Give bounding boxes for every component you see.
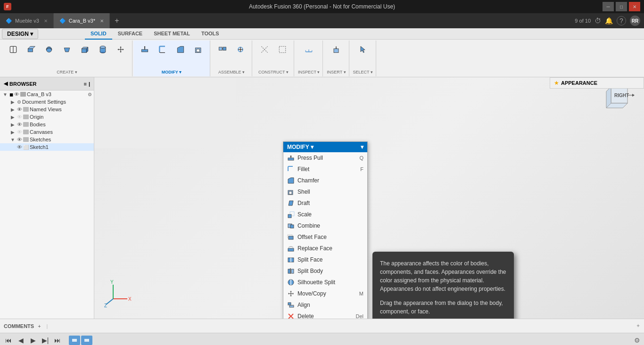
timeline-bar: ⏮ ◀ ▶ ▶| ⏭ ⚙ [0,333,644,345]
construct-btn2[interactable] [274,42,291,57]
construct-btn1[interactable] [256,42,273,57]
menu-fillet[interactable]: Fillet F [283,164,367,175]
timeline-next-end[interactable]: ⏭ [53,336,62,345]
assemble-btn2[interactable] [232,42,249,57]
root-arrow[interactable]: ▼ [2,92,8,97]
timeline-next[interactable]: ▶| [41,336,50,345]
create-label: CREATE ▾ [57,70,77,74]
tree-bodies[interactable]: ▶ 👁 Bodies [0,121,94,128]
revolve-button[interactable] [41,42,58,57]
tree-canvases[interactable]: ▶ 👁 Canvases [0,128,94,136]
tab-solid[interactable]: SOLID [85,28,112,40]
maximize-button[interactable]: □ [616,2,627,11]
root-folder [20,92,26,97]
tab-cara-close[interactable]: ✕ [100,18,104,24]
draft-icon [287,199,295,207]
new-component-button[interactable] [5,42,22,57]
tab-sheet-metal[interactable]: SHEET METAL [148,28,196,40]
design-button[interactable]: DESIGN ▾ [2,29,38,39]
named-views-eye[interactable]: 👁 [17,107,22,112]
measure-button[interactable] [300,42,317,57]
notifications-button[interactable]: 🔔 [605,17,613,25]
insert-button[interactable] [328,42,345,57]
modify-menu-header[interactable]: MODIFY ▾ ▾ [283,142,367,152]
sketch1-eye[interactable]: 👁 [17,144,22,150]
timeline-prev[interactable]: ◀ [16,336,25,345]
history-button[interactable]: ⏱ [594,17,601,25]
sketches-eye[interactable]: 👁 [17,137,22,142]
tree-sketch1[interactable]: 👁 ⬜ Sketch1 [0,143,94,151]
timeline-settings-icon[interactable]: ⚙ [634,337,640,344]
canvases-arrow[interactable]: ▶ [9,130,16,135]
timeline-prev-start[interactable]: ⏮ [4,336,13,345]
viewport-canvas[interactable]: X Y Z RIGHT MODIFY ▾ [94,77,644,319]
svg-rect-98 [72,339,77,342]
bodies-eye[interactable]: 👁 [17,122,22,127]
root-eye[interactable]: 👁 [14,91,19,97]
browser-pin-icon[interactable]: | [89,81,90,87]
cylinder-button[interactable] [94,42,111,57]
menu-replace-face[interactable]: Replace Face [283,243,367,254]
menu-shell[interactable]: Shell [283,186,367,197]
help-button[interactable]: ? [617,16,626,25]
menu-align[interactable]: Align [283,299,367,311]
tree-sketches[interactable]: ▼ 👁 Sketches [0,136,94,143]
minimize-button[interactable]: ─ [603,2,614,11]
fillet-button[interactable] [154,42,171,57]
comments-add-icon[interactable]: + [38,323,41,329]
add-tab-button[interactable]: + [110,13,124,28]
toolbar-create-group: CREATE ▾ [2,41,132,76]
move-button[interactable] [112,42,129,57]
menu-silhouette-split[interactable]: Silhouette Split [283,277,367,288]
timeline-item-1[interactable] [69,336,80,345]
menu-offset-face[interactable]: Offset Face [283,231,367,243]
doc-settings-arrow[interactable]: ▶ [9,99,16,105]
select-button[interactable] [355,42,372,57]
modify-header-label: MODIFY ▾ [287,144,314,150]
tree-root[interactable]: ▼ ◼ 👁 Cara_B v3 ⚙ [0,90,94,98]
origin-eye[interactable]: 👁 [17,114,22,120]
press-pull-button[interactable] [136,42,153,57]
menu-split-body[interactable]: Split Body [283,265,367,277]
shell-button[interactable] [190,42,207,57]
move-handle[interactable]: ✦ [636,323,640,329]
menu-chamfer[interactable]: Chamfer [283,175,367,186]
construct-label: CONSTRUCT ▾ [258,70,289,74]
tab-mueble[interactable]: 🔷 Mueble v3 ✕ [0,13,54,28]
svg-rect-76 [289,305,294,307]
canvases-eye[interactable]: 👁 [17,129,22,135]
tab-surface[interactable]: SURFACE [112,28,149,40]
menu-press-pull[interactable]: Press Pull Q [283,152,367,164]
tab-mueble-close[interactable]: ✕ [44,18,48,24]
browser-collapse-icon[interactable]: ◀ [4,81,8,87]
chamfer-button[interactable] [172,42,189,57]
toolbar-modify-group: MODIFY ▾ [133,41,210,76]
inspect-label: INSPECT ▾ [298,70,320,74]
origin-arrow[interactable]: ▶ [9,115,16,120]
tree-named-views[interactable]: ▶ 👁 Named Views [0,106,94,113]
close-button[interactable]: ✕ [629,2,640,11]
menu-move-copy[interactable]: Move/Copy M [283,288,367,299]
root-settings-icon[interactable]: ⚙ [88,92,92,97]
menu-scale[interactable]: Scale [283,209,367,220]
tab-tools[interactable]: TOOLS [196,28,225,40]
browser-options-icon[interactable]: ≡ [84,81,87,87]
named-views-arrow[interactable]: ▶ [9,107,16,112]
silhouette-icon [287,279,295,286]
menu-delete[interactable]: Delete Del [283,311,367,319]
assemble-btn1[interactable] [214,42,231,57]
timeline-play[interactable]: ▶ [28,336,38,345]
loft-button[interactable] [58,42,75,57]
menu-draft[interactable]: Draft [283,197,367,209]
extrude-button[interactable] [23,42,40,57]
sketches-arrow[interactable]: ▼ [9,137,16,142]
menu-combine[interactable]: Combine [283,220,367,231]
tree-doc-settings[interactable]: ▶ ⚙ Document Settings [0,98,94,106]
canvases-label: Canvases [30,129,53,135]
timeline-item-2[interactable] [81,336,92,345]
tab-cara[interactable]: 🔷 Cara_B v3* ✕ [54,13,110,28]
bodies-arrow[interactable]: ▶ [9,122,16,127]
tree-origin[interactable]: ▶ 👁 Origin [0,113,94,121]
box-button[interactable] [76,42,93,57]
menu-split-face[interactable]: Split Face [283,254,367,265]
